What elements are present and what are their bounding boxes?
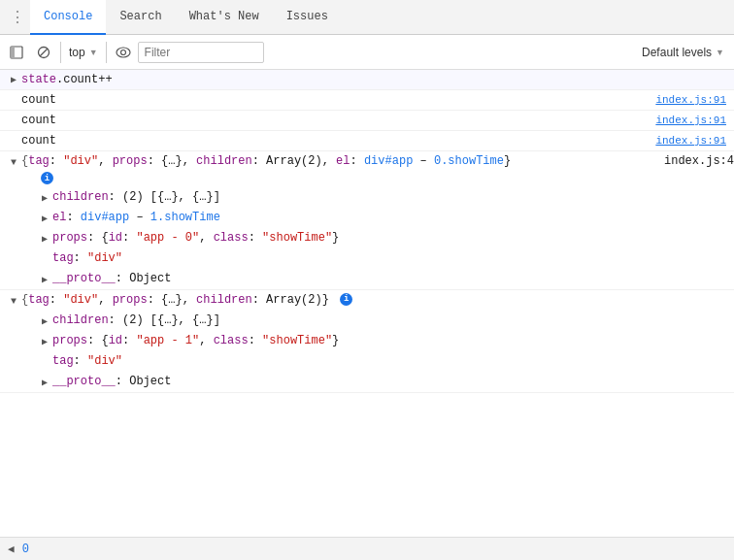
eye-icon (116, 47, 131, 58)
svg-point-5 (120, 49, 125, 54)
left-chevron-icon: ◀ (8, 543, 15, 555)
expand-arrow-expression[interactable]: ▶ (8, 73, 19, 88)
expression-row: ▶ state.count++ (0, 70, 734, 90)
object1-info-row: i (0, 172, 734, 187)
levels-chevron-icon: ▼ (716, 48, 724, 57)
tab-issues[interactable]: Issues (273, 0, 342, 35)
console-row-count-3: count index.js:91 (0, 131, 734, 151)
object1-summary-row: {tag: "div", props: {…}, children: Array… (0, 151, 734, 172)
obj1-children-arrow[interactable] (39, 190, 50, 207)
tab-search[interactable]: Search (106, 0, 175, 35)
obj2-children-arrow[interactable] (39, 313, 50, 330)
obj1-el-arrow[interactable] (39, 211, 50, 227)
console-toolbar: top ▼ Default levels ▼ (0, 35, 734, 70)
obj2-proto-arrow[interactable] (39, 375, 50, 391)
svg-point-4 (117, 48, 130, 57)
object1-block: {tag: "div", props: {…}, children: Array… (0, 151, 734, 290)
object2-child-tag: tag: "div" (16, 351, 734, 372)
default-levels-button[interactable]: Default levels ▼ (636, 44, 730, 61)
svg-line-3 (40, 49, 48, 56)
tab-bar: ⋮ Console Search What's New Issues (0, 0, 734, 35)
object1-expand-arrow[interactable] (8, 154, 19, 171)
toolbar-separator-2 (106, 42, 107, 63)
object1-child-props: props: {id: "app - 0", class: "showTime"… (16, 228, 734, 248)
object2-child-children: children: (2) [{…}, {…}] (16, 311, 734, 331)
object1-child-tag: tag: "div" (16, 248, 734, 269)
filter-input[interactable] (138, 42, 264, 63)
object2-block: {tag: "div", props: {…}, children: Array… (0, 290, 734, 393)
object2-child-props: props: {id: "app - 1", class: "showTime"… (16, 331, 734, 351)
object1-child-children: children: (2) [{…}, {…}] (16, 187, 734, 208)
svg-rect-1 (11, 47, 15, 58)
console-row-count-2: count index.js:91 (0, 111, 734, 131)
context-selector[interactable]: top ▼ (65, 46, 102, 59)
clear-console-button[interactable] (31, 40, 56, 65)
console-row-count-1: count index.js:91 (0, 90, 734, 111)
object2-child-proto: __proto__: Object (16, 372, 734, 392)
sidebar-icon (10, 46, 23, 59)
toolbar-separator-1 (60, 42, 61, 63)
bottom-result-bar: ◀ 0 (0, 537, 734, 560)
sidebar-toggle-button[interactable] (4, 40, 29, 65)
object2-children: children: (2) [{…}, {…}] props: {id: "ap… (0, 311, 734, 392)
ban-icon (37, 46, 50, 59)
tab-console[interactable]: Console (30, 0, 106, 35)
object2-summary-row: {tag: "div", props: {…}, children: Array… (0, 290, 734, 311)
obj1-props-arrow[interactable] (39, 231, 50, 247)
obj2-props-arrow[interactable] (39, 334, 50, 350)
obj1-proto-arrow[interactable] (39, 272, 50, 288)
object1-children: children: (2) [{…}, {…}] el: div#app – 1… (0, 187, 734, 289)
file-ref-3[interactable]: index.js:91 (636, 133, 726, 148)
more-icon[interactable]: ⋮ (4, 8, 30, 27)
object1-child-el: el: div#app – 1.showTime (16, 208, 734, 228)
object1-file-ref[interactable]: index.js:4 (654, 153, 734, 170)
info-icon-2[interactable]: i (340, 293, 352, 306)
info-icon-1[interactable]: i (41, 172, 53, 184)
eye-button[interactable] (111, 40, 136, 65)
console-output: ▶ state.count++ count index.js:91 count … (0, 70, 734, 537)
object1-child-proto: __proto__: Object (16, 269, 734, 289)
file-ref-1[interactable]: index.js:91 (636, 92, 726, 108)
file-ref-2[interactable]: index.js:91 (636, 113, 726, 128)
object2-expand-arrow[interactable] (8, 293, 19, 310)
tab-whatsnew[interactable]: What's New (176, 0, 273, 35)
result-value: 0 (22, 543, 29, 556)
